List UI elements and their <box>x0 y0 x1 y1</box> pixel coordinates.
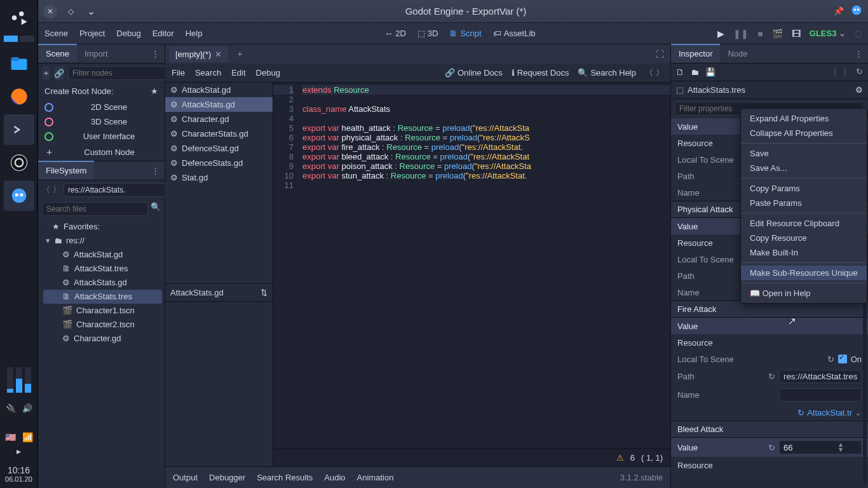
tab-scene[interactable]: Scene <box>38 44 77 62</box>
bp-output[interactable]: Output <box>173 473 198 482</box>
fs-favorites[interactable]: Favorites: <box>43 220 162 234</box>
script-menu-edit[interactable]: Edit <box>231 68 245 78</box>
prop-resource-chip[interactable]: ↻AttackStat.tr⌄ <box>671 404 868 421</box>
request-docs-link[interactable]: ℹ Request Docs <box>512 68 569 78</box>
revert-icon[interactable]: ↻ <box>827 355 834 364</box>
history-menu-icon[interactable]: ↻ <box>856 67 863 78</box>
save-resource-icon[interactable]: 💾 <box>705 67 715 77</box>
root-2d-scene[interactable]: 2D Scene <box>38 100 165 114</box>
warning-count[interactable]: 6 <box>630 453 635 463</box>
path-input[interactable] <box>779 370 862 383</box>
pin-icon[interactable]: 📌 <box>834 6 844 16</box>
fs-path-input[interactable] <box>64 183 168 197</box>
workspace-assetlib[interactable]: 🏷 AssetLib <box>493 29 536 38</box>
tab-filesystem[interactable]: FileSystem <box>38 161 94 179</box>
prop-local-to-scene[interactable]: Local To Scene ↻ On <box>671 351 868 367</box>
tray-row-1[interactable]: 🇺🇸 📶 ▸ <box>0 432 37 456</box>
bp-search-results[interactable]: Search Results <box>257 473 313 482</box>
script-item[interactable]: DefenceStat.gd <box>165 141 273 156</box>
tab-inspector[interactable]: Inspector <box>671 44 720 62</box>
play-scene-button[interactable]: 🎬 <box>772 29 783 39</box>
root-3d-scene[interactable]: 3D Scene <box>38 114 165 129</box>
godot-taskbar-icon[interactable] <box>4 180 34 211</box>
bp-audio[interactable]: Audio <box>324 473 345 482</box>
new-resource-icon[interactable]: 🗋 <box>676 67 684 77</box>
flag-icon[interactable]: 🇺🇸 <box>5 432 16 442</box>
revert-icon[interactable]: ↻ <box>768 372 775 381</box>
prop-path[interactable]: Path ↻ <box>671 367 868 386</box>
workspace-2d[interactable]: ↔ 2D <box>384 29 406 38</box>
workspace-3d[interactable]: ⬚ 3D <box>417 29 438 38</box>
code-editor[interactable]: 1234567891011 extends Resource class_nam… <box>273 83 670 466</box>
wifi-icon[interactable]: 📶 <box>22 432 33 442</box>
ctx-make-builtin[interactable]: Make Built-In <box>741 245 867 260</box>
root-user-interface[interactable]: User Interface <box>38 129 165 144</box>
fs-item[interactable]: Character1.tscn <box>43 304 162 318</box>
online-docs-link[interactable]: 🔗 Online Docs <box>445 68 503 78</box>
fs-item[interactable]: AttackStats.tres <box>43 290 162 304</box>
play-custom-scene-button[interactable]: 🎞 <box>792 29 801 39</box>
dock-menu-icon[interactable]: ⋮ <box>146 49 165 58</box>
bp-debugger[interactable]: Debugger <box>209 473 245 482</box>
ctx-make-subresources-unique[interactable]: Make Sub-Resources Unique <box>741 266 867 280</box>
fs-item[interactable]: Character.gd <box>43 332 162 346</box>
open-resource-icon[interactable]: 🖿 <box>691 67 699 77</box>
favorite-icon[interactable] <box>151 86 158 96</box>
terminal-icon[interactable] <box>4 114 34 145</box>
search-help-link[interactable]: 🔍 Search Help <box>578 68 636 78</box>
revert-icon[interactable]: ↻ <box>768 443 775 452</box>
history-prev-icon[interactable]: 〈 <box>829 67 837 78</box>
name-input[interactable] <box>779 388 862 402</box>
script-item[interactable]: AttackStats.gd <box>165 97 273 112</box>
stop-button[interactable]: ■ <box>757 29 763 39</box>
ctx-save-as[interactable]: Save As... <box>741 161 867 175</box>
distraction-free-icon[interactable]: ⛶ <box>649 50 670 59</box>
menu-editor[interactable]: Editor <box>153 29 174 38</box>
script-menu-debug[interactable]: Debug <box>256 68 280 78</box>
fs-root[interactable]: res:// <box>43 234 162 248</box>
fs-item[interactable]: AttackStats.gd <box>43 276 162 290</box>
prop-name[interactable]: Name <box>671 386 868 404</box>
workspace-script[interactable]: 🗎 Script <box>449 29 481 38</box>
bp-animation[interactable]: Animation <box>357 473 394 482</box>
method-list-header[interactable]: AttackStats.gd⇅ <box>165 283 273 301</box>
section-bleed-attack[interactable]: Bleed Attack <box>671 421 868 438</box>
fs-item[interactable]: AttackStat.gd <box>43 248 162 262</box>
pause-button[interactable]: ❚❚ <box>733 29 749 39</box>
fs-search-icon[interactable]: 🔍 <box>151 202 161 216</box>
files-app-icon[interactable] <box>4 48 34 79</box>
ctx-collapse-all[interactable]: Collapse All Properties <box>741 126 867 140</box>
scene-tab-empty[interactable]: [empty](*)✕ <box>169 46 228 62</box>
dock-menu-icon[interactable]: ⋮ <box>146 166 165 175</box>
prop-subresource[interactable]: Resource <box>671 457 868 473</box>
fs-search-input[interactable] <box>42 202 148 216</box>
ctx-paste-params[interactable]: Paste Params <box>741 196 867 210</box>
firefox-icon[interactable] <box>4 81 34 112</box>
script-menu-search[interactable]: Search <box>195 68 221 78</box>
dock-menu-icon[interactable]: ⋮ <box>850 49 868 58</box>
window-max-icon[interactable] <box>64 4 78 18</box>
tab-import[interactable]: Import <box>77 45 116 62</box>
sort-icon[interactable]: ⇅ <box>261 288 268 297</box>
renderer-dropdown[interactable]: GLES3 ⌄ <box>810 29 846 38</box>
script-item[interactable]: AttackStat.gd <box>165 83 273 97</box>
value-stepper[interactable]: 66 ▲▼ <box>779 440 862 454</box>
help-prev-icon[interactable]: 〈 <box>645 67 653 79</box>
app-menu-icon[interactable] <box>4 3 34 33</box>
help-next-icon[interactable]: 〉 <box>656 67 664 79</box>
fs-item[interactable]: AttackStat.tres <box>43 262 162 276</box>
fs-item[interactable]: Character2.tscn <box>43 318 162 332</box>
script-item[interactable]: DefenceStats.gd <box>165 156 273 170</box>
fs-back-icon[interactable]: 〈 <box>42 184 50 196</box>
inspected-resource[interactable]: ⬚ AttackStats.tres ⚙ <box>671 81 868 99</box>
history-next-icon[interactable]: 〉 <box>843 67 851 78</box>
ctx-edit-clipboard[interactable]: Edit Resource Clipboard <box>741 216 867 231</box>
ctx-open-in-help[interactable]: 📖 Open in Help <box>741 286 867 301</box>
checkbox[interactable] <box>838 355 847 363</box>
ctx-expand-all[interactable]: Expand All Properties <box>741 111 867 126</box>
script-item[interactable]: CharacterStats.gd <box>165 126 273 141</box>
play-button[interactable]: ▶ <box>717 29 724 39</box>
prop-subresource[interactable]: Resource <box>671 334 868 351</box>
add-node-icon[interactable]: ＋ <box>42 66 50 80</box>
menu-project[interactable]: Project <box>79 29 105 38</box>
